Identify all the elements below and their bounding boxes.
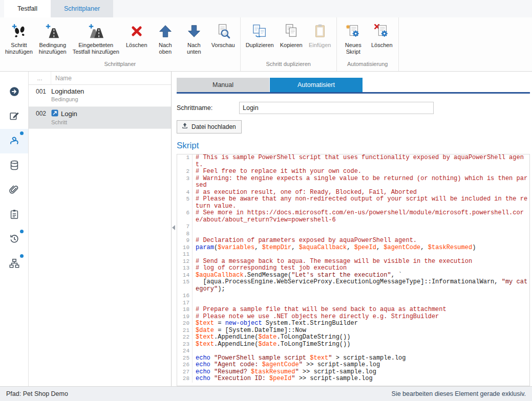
line-number: 18 <box>177 306 193 314</box>
detail-tab-bar: Manual Automatisiert <box>177 78 530 92</box>
script-new-icon <box>345 22 362 40</box>
roads-icon <box>87 22 104 40</box>
line-number: 4 <box>177 189 193 196</box>
code-line: 6# See more in https://docs.microsoft.co… <box>177 210 529 224</box>
add-condition-label: Bedingung hinzufügen <box>39 42 67 55</box>
move-up-button[interactable]: Nach oben <box>151 21 180 55</box>
line-number: 5 <box>177 196 193 210</box>
panel-collapse-arrow[interactable] <box>172 225 175 230</box>
code-line: 16 <box>177 293 529 300</box>
move-down-button[interactable]: Nach unten <box>180 21 208 55</box>
line-number: 25 <box>177 355 193 362</box>
code-line: 15 [aqua.ProcessEngine.WebServiceProxy.E… <box>177 279 529 293</box>
step-row[interactable]: 001LogindatenBedingung <box>29 85 171 107</box>
sidebar-item-navigate[interactable] <box>0 80 28 104</box>
code-line: 21$date = [System.DateTime]::Now <box>177 327 529 335</box>
sidebar-item-history[interactable] <box>0 227 28 252</box>
line-number: 9 <box>177 237 193 244</box>
checklist-icon <box>9 209 20 221</box>
ribbon-group: Neues SkriptLöschenAutomatisierung <box>337 17 399 71</box>
duplicate-label: Duplizieren <box>246 42 274 49</box>
step-title: Logindaten <box>51 87 84 95</box>
sidebar-item-dependencies[interactable] <box>0 252 28 276</box>
tab-testfall[interactable]: Testfall <box>4 0 51 17</box>
sidebar-item-step-planner[interactable] <box>0 129 28 153</box>
code-line: 27echo "Resumed? $taskResumed" >> script… <box>177 369 529 376</box>
add-embedded-testcase-button[interactable]: Eingebetteten Testfall hinzufügen <box>70 21 122 55</box>
notification-dot <box>20 230 24 233</box>
upload-file-button[interactable]: Datei hochladen <box>177 120 242 133</box>
copy-label: Kopieren <box>280 42 303 49</box>
ribbon: Schritt hinzufügenBedingung hinzufügenEi… <box>0 17 532 72</box>
upload-icon <box>181 122 188 131</box>
line-number: 23 <box>177 341 193 348</box>
code-text: $aquaCallback.SendMessage("Let's start t… <box>193 272 528 279</box>
ribbon-group-label: Schritt duplizieren <box>243 61 334 71</box>
code-line: 12# Send a message back to aqua. The mes… <box>177 258 529 265</box>
code-text: # Prepare a sample file that will be sen… <box>193 306 528 314</box>
step-number: 002 <box>29 107 51 128</box>
code-text: echo "Execution ID: $peeId" >> script-sa… <box>193 375 528 383</box>
delete-step-button[interactable]: Löschen <box>122 21 151 49</box>
code-text <box>193 224 528 231</box>
line-number: 8 <box>177 231 193 238</box>
step-type-label: Schritt <box>51 119 77 125</box>
code-text: echo "Resumed? $taskResumed" >> script-s… <box>193 369 528 376</box>
column-header-name[interactable]: Name <box>51 75 72 82</box>
line-number: 11 <box>177 251 193 258</box>
code-text: $text.AppendLine($date.ToLongTimeString(… <box>193 341 528 348</box>
column-header-number[interactable]: ... <box>29 72 51 84</box>
tab-schrittplaner[interactable]: Schrittplaner <box>51 0 113 17</box>
nav-circle-arrow-icon <box>9 86 20 99</box>
sidebar-item-tasks[interactable] <box>0 203 28 227</box>
clipboard-icon <box>311 22 329 40</box>
steps-panel: ... Name 001LogindatenBedingung002LoginS… <box>29 72 172 386</box>
ribbon-group-label: Automatisierung <box>339 61 396 71</box>
step-name-row: Schrittname: <box>177 102 530 114</box>
preview-button[interactable]: Vorschau <box>208 21 238 49</box>
code-text: # Send a message back to aqua. The messa… <box>193 258 528 265</box>
steps-list: 001LogindatenBedingung002LoginSchritt <box>29 85 171 129</box>
code-line: 24 <box>177 348 529 355</box>
sidebar-item-edit[interactable] <box>0 104 28 129</box>
code-text <box>193 231 528 238</box>
ribbon-group-label: Schrittplaner <box>2 61 238 71</box>
line-number: 17 <box>177 300 193 307</box>
add-condition-button[interactable]: Bedingung hinzufügen <box>36 21 70 55</box>
notification-dot <box>20 131 24 135</box>
left-icon-sidebar <box>0 72 29 386</box>
line-number: 14 <box>177 272 193 279</box>
edit-icon <box>9 110 20 123</box>
code-text <box>193 251 528 258</box>
code-text: # Warning: the engine expects a single v… <box>193 175 528 189</box>
ribbon-group: Schritt hinzufügenBedingung hinzufügenEi… <box>0 17 241 71</box>
code-text: # Please note we use .NET objects here d… <box>193 314 528 321</box>
code-text: # log of corresponding test job executio… <box>193 265 528 272</box>
line-number: 16 <box>177 293 193 300</box>
tab-manual[interactable]: Manual <box>177 78 269 92</box>
line-number: 6 <box>177 210 193 224</box>
script-heading: Skript <box>177 141 530 151</box>
code-line: 3# Warning: the engine expects a single … <box>177 175 529 189</box>
line-number: 21 <box>177 327 193 335</box>
step-name-input[interactable] <box>239 102 434 114</box>
code-line: 20$text = new-object System.Text.StringB… <box>177 320 529 327</box>
code-line: 4# as execution result, one of: Ready, B… <box>177 189 529 196</box>
line-number: 15 <box>177 279 193 293</box>
line-number: 10 <box>177 244 193 252</box>
script-editor[interactable]: 1# This is sample PowerShell script that… <box>177 154 530 386</box>
copy-button[interactable]: Kopieren <box>277 21 306 49</box>
code-line: 18# Prepare a sample file that will be s… <box>177 306 529 314</box>
step-name-label: Schrittname: <box>177 104 239 112</box>
sidebar-item-data[interactable] <box>0 153 28 178</box>
duplicate-button[interactable]: Duplizieren <box>243 21 277 49</box>
delete-script-button[interactable]: Löschen <box>368 21 396 49</box>
add-step-button[interactable]: Schritt hinzufügen <box>2 21 36 55</box>
paste-button[interactable]: Einfügen <box>306 21 334 49</box>
sidebar-item-attachments[interactable] <box>0 178 28 203</box>
step-row[interactable]: 002LoginSchritt <box>29 107 171 129</box>
code-text <box>193 300 528 307</box>
new-script-button[interactable]: Neues Skript <box>339 21 368 55</box>
tab-automatisiert[interactable]: Automatisiert <box>270 78 363 92</box>
copy-icon <box>283 22 300 40</box>
